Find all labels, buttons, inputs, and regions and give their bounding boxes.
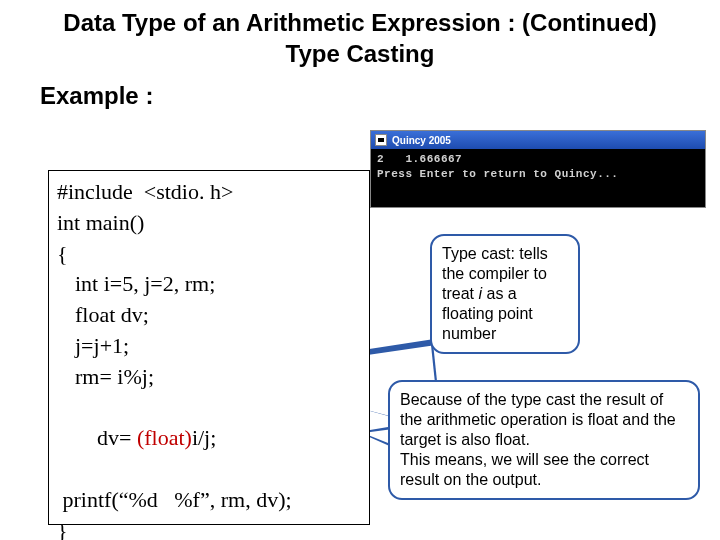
code-line-jinc: j=j+1; <box>57 331 361 362</box>
code-line-rm: rm= i%j; <box>57 362 361 393</box>
terminal-icon <box>375 134 387 146</box>
code-line-open-brace: { <box>57 239 361 270</box>
code-line-intdecl: int i=5, j=2, rm; <box>57 269 361 300</box>
code-line-include: #include <stdio. h> <box>57 177 361 208</box>
code-line-main: int main() <box>57 208 361 239</box>
code-line-dv: dv= (float)i/j; <box>57 393 361 485</box>
code-line-close-brace: } <box>57 516 361 540</box>
code-line-floatdecl: float dv; <box>57 300 361 331</box>
code-dv-pre: dv= <box>97 425 137 450</box>
code-typecast: (float) <box>137 425 192 450</box>
terminal-title-text: Quincy 2005 <box>392 135 451 146</box>
example-label: Example : <box>0 76 720 116</box>
code-example-box: #include <stdio. h> int main() { int i=5… <box>48 170 370 525</box>
terminal-titlebar: Quincy 2005 <box>371 131 705 149</box>
terminal-output: 2 1.666667 Press Enter to return to Quin… <box>371 149 705 185</box>
callout-explanation: Because of the type cast the result of t… <box>388 380 700 500</box>
terminal-line2: Press Enter to return to Quincy... <box>377 168 618 180</box>
code-line-printf: printf(“%d %f”, rm, dv); <box>57 485 361 516</box>
terminal-window: Quincy 2005 2 1.666667 Press Enter to re… <box>370 130 706 208</box>
callout-typecast: Type cast: tells the compiler to treat i… <box>430 234 580 354</box>
code-dv-post: i/j; <box>192 425 216 450</box>
slide-title-line1: Data Type of an Arithmetic Expression : … <box>0 0 720 40</box>
terminal-line1: 2 1.666667 <box>377 153 462 165</box>
slide-title-line2: Type Casting <box>0 40 720 76</box>
